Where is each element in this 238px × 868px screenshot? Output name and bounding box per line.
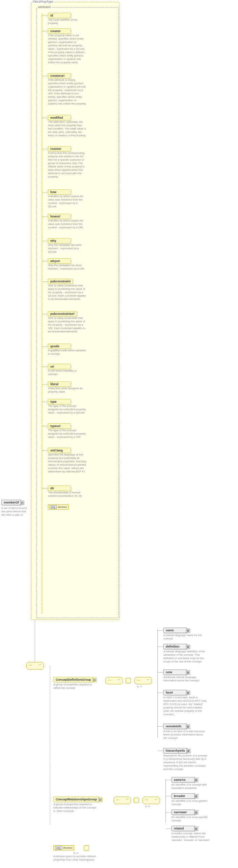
attr-pubconstrainturi-desc: One or many constraints that apply to pu… [48,316,86,333]
elem-name-label: name [166,629,174,632]
attr-howuri-desc: Indicates by which means the value was e… [48,219,86,229]
attr-whyuri[interactable]: whyuri [48,258,71,264]
attr-id[interactable]: id [48,13,71,18]
attr-any-other-label: ##other [58,506,67,509]
elem-hierarchyInfo-desc: Represents the position of a concept in … [163,754,207,771]
attr-dir[interactable]: dir [48,486,71,491]
elem-broader[interactable]: broader [171,793,195,799]
attributes-trunk-line [42,14,42,613]
attr-literal[interactable]: literal [48,381,71,387]
elem-broader-desc: An identifier of a more generic concept. [171,799,215,806]
rel-stub [134,798,139,803]
attr-uri[interactable]: uri [48,364,71,369]
elem-sameAs-label: sameAs [174,778,186,781]
elem-remoteInfo-desc: A link to an item or a web resource whic… [163,730,207,740]
elem-related-label: related [174,827,184,830]
extension-any-other-label: ##other [63,846,72,849]
attr-literal-desc: A free-text value assigned as property v… [48,387,86,394]
attr-typeuri-desc: The type of the concept assigned as cont… [48,429,86,439]
concept-definition-group-desc: A group of properties required to define… [53,683,97,690]
elem-sameAs-desc: An identifier of a concept with equivale… [171,783,215,790]
elem-remoteInfo[interactable]: remoteInfo [163,724,187,729]
concept-relationships-group-desc: A group of properties required to indica… [53,803,97,813]
attr-why-label: why [50,239,56,242]
attr-whyuri-desc: Why the metadata has been included - exp… [48,264,86,271]
elem-narrower[interactable]: narrower [171,810,195,815]
extension-stub [84,845,89,851]
extension-any-other: any##other [53,845,74,850]
attr-dir-desc: The directionality of textual content (e… [48,491,86,498]
attr-how[interactable]: how [48,189,71,195]
memberOf-element[interactable]: memberOf [1,500,21,505]
attr-creator[interactable]: creator [48,28,71,34]
attr-qcode[interactable]: qcode [48,344,71,349]
elem-definition-label: definition [166,645,180,648]
attr-pubconstrainturi[interactable]: pubconstrainturi [48,311,77,316]
attributes-label: attributes [37,5,51,9]
attr-custom[interactable]: custom [48,146,71,151]
def-stub [126,678,131,683]
attr-modified-label: modified [50,116,63,119]
attr-id-label: id [50,14,53,17]
elem-facet-label: facet [166,691,173,694]
concept-definition-group[interactable]: ConceptDefinitionGroup [53,677,94,682]
elem-hierarchyInfo-label: hierarchyInfo [166,749,185,752]
attr-modified-desc: The date (and, optionally, the time) whe… [48,120,86,137]
def-choice-indicator [105,677,123,684]
attr-modified[interactable]: modified [48,115,71,120]
attr-typeuri-label: typeuri [50,424,60,428]
concept-relationships-group[interactable]: ConceptRelationshipsGroup [53,797,99,802]
attr-uri-label: uri [50,365,54,368]
attr-creator-label: creator [50,29,61,33]
attr-id-desc: The local identifier of the property. [48,18,86,25]
memberOf-label: memberOf [4,501,19,504]
elem-facet-desc: In NAR 1.8 and later, facet is deprecate… [163,696,207,716]
attr-why-desc: Why the metadata has been included - exp… [48,243,86,254]
rel-seq-indicator [142,797,160,804]
elem-related-desc: A related concept, where the relationshi… [171,832,215,842]
attr-xmllang-desc: Specifies the language of this property … [48,453,86,473]
attr-custom-desc: If set to true the corresponding propert… [48,151,86,179]
attr-creator-desc: If the property value is not defined, sp… [48,34,86,64]
def-card: 0..∞ [137,685,142,688]
attr-xmllang-label: xml:lang [50,449,63,452]
attr-type-desc: The type of the concept assigned as cont… [48,404,86,415]
attr-qcode-label: qcode [50,345,59,348]
attr-literal-label: literal [50,382,58,386]
attr-custom-label: custom [50,147,61,150]
sequence-indicator [26,662,44,670]
attr-why[interactable]: why [48,238,71,243]
attr-any-other: any##other [48,505,69,510]
attr-howuri-label: howuri [50,215,60,218]
elem-definition[interactable]: definition [163,644,187,649]
attr-creatoruri[interactable]: creatoruri [48,73,71,78]
attr-type[interactable]: type [48,399,71,404]
elem-definition-desc: A natural language definition of the sem… [163,650,207,663]
elem-narrower-desc: An identifier of a more specific concept… [171,816,215,822]
type-title: Flex1PropType [32,0,54,3]
attr-pubconstraint[interactable]: pubconstraint [48,279,73,284]
elem-related[interactable]: related [171,826,195,831]
attr-pubconstrainturi-label: pubconstrainturi [50,312,75,315]
elem-facet[interactable]: facet [163,690,187,695]
elem-note[interactable]: note [163,670,187,675]
elem-name[interactable]: name [163,628,187,633]
extension-desc: Extension point for provider-defined pro… [53,855,104,862]
line-sequence-up [35,619,35,662]
line-def-children [157,630,158,738]
def-seq-indicator [134,677,152,684]
elem-note-desc: Additional natural language information … [163,676,207,682]
attr-xmllang[interactable]: xml:lang [48,448,71,453]
rel-choice-indicator [113,797,131,804]
elem-remoteInfo-label: remoteInfo [166,725,182,728]
attr-pubconstraint-desc: One or many constraints that apply to pu… [48,284,86,301]
elem-name-desc: A natural language name for the concept. [163,634,207,640]
attr-uri-desc: A URI which identifies a concept. [48,369,86,376]
elem-sameAs[interactable]: sameAs [171,777,195,782]
attr-typeuri[interactable]: typeuri [48,423,71,429]
memberOf-desc: A set of Items around the same theme tha… [1,507,30,517]
attr-creatoruri-label: creatoruri [50,74,64,77]
elem-hierarchyInfo[interactable]: hierarchyInfo [163,748,187,753]
elem-note-label: note [166,671,172,674]
attr-howuri[interactable]: howuri [48,214,71,219]
